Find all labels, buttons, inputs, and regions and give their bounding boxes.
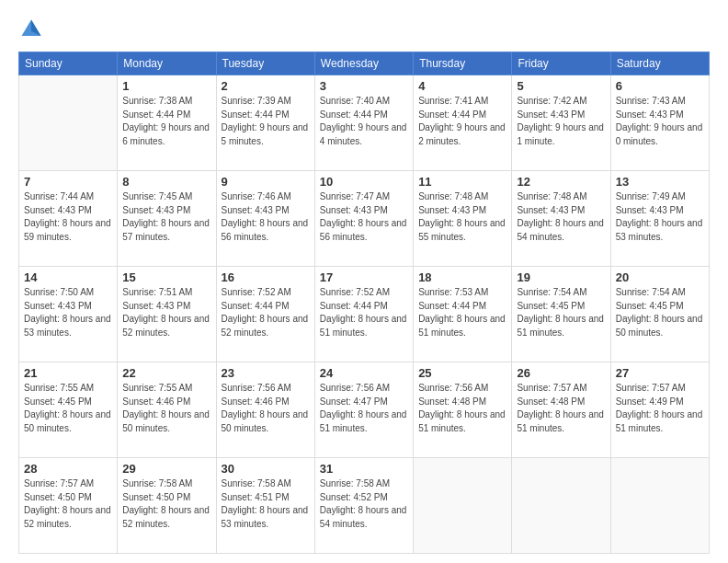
weekday-header-saturday: Saturday <box>610 52 709 75</box>
day-info: Sunrise: 7:54 AMSunset: 4:45 PMDaylight:… <box>517 286 605 339</box>
calendar-cell <box>19 75 118 171</box>
day-info: Sunrise: 7:44 AMSunset: 4:43 PMDaylight:… <box>24 190 112 244</box>
day-number: 11 <box>418 175 506 189</box>
calendar-cell <box>414 458 512 554</box>
day-info: Sunrise: 7:56 AMSunset: 4:47 PMDaylight:… <box>320 382 408 435</box>
calendar-cell: 31Sunrise: 7:58 AMSunset: 4:52 PMDayligh… <box>314 458 413 554</box>
day-number: 28 <box>24 462 112 476</box>
day-info: Sunrise: 7:43 AMSunset: 4:43 PMDaylight:… <box>616 95 704 148</box>
day-info: Sunrise: 7:42 AMSunset: 4:43 PMDaylight:… <box>517 95 605 148</box>
day-number: 31 <box>320 462 408 476</box>
day-number: 7 <box>24 175 112 189</box>
calendar-cell: 28Sunrise: 7:57 AMSunset: 4:50 PMDayligh… <box>19 458 118 554</box>
day-info: Sunrise: 7:56 AMSunset: 4:46 PMDaylight:… <box>222 382 310 435</box>
day-info: Sunrise: 7:38 AMSunset: 4:44 PMDaylight:… <box>122 95 210 148</box>
day-number: 13 <box>616 175 704 189</box>
header <box>18 17 710 42</box>
calendar-cell: 10Sunrise: 7:47 AMSunset: 4:43 PMDayligh… <box>314 171 413 267</box>
calendar-cell: 18Sunrise: 7:53 AMSunset: 4:44 PMDayligh… <box>414 267 512 362</box>
day-number: 25 <box>418 366 506 380</box>
calendar-cell: 20Sunrise: 7:54 AMSunset: 4:45 PMDayligh… <box>610 267 709 362</box>
day-info: Sunrise: 7:56 AMSunset: 4:48 PMDaylight:… <box>418 382 506 435</box>
day-info: Sunrise: 7:40 AMSunset: 4:44 PMDaylight:… <box>320 95 408 148</box>
day-number: 4 <box>418 79 506 93</box>
calendar-cell: 19Sunrise: 7:54 AMSunset: 4:45 PMDayligh… <box>512 267 610 362</box>
day-info: Sunrise: 7:50 AMSunset: 4:43 PMDaylight:… <box>24 286 112 339</box>
calendar-cell: 15Sunrise: 7:51 AMSunset: 4:43 PMDayligh… <box>118 267 216 362</box>
day-number: 15 <box>122 270 210 284</box>
day-number: 9 <box>222 175 310 189</box>
day-info: Sunrise: 7:53 AMSunset: 4:44 PMDaylight:… <box>418 286 506 339</box>
calendar-cell: 14Sunrise: 7:50 AMSunset: 4:43 PMDayligh… <box>19 267 118 362</box>
calendar-cell: 22Sunrise: 7:55 AMSunset: 4:46 PMDayligh… <box>118 362 216 458</box>
day-number: 8 <box>122 175 210 189</box>
calendar-cell <box>610 458 709 554</box>
day-info: Sunrise: 7:49 AMSunset: 4:43 PMDaylight:… <box>616 190 704 244</box>
calendar-cell: 8Sunrise: 7:45 AMSunset: 4:43 PMDaylight… <box>118 171 216 267</box>
day-number: 30 <box>222 462 310 476</box>
calendar-cell: 16Sunrise: 7:52 AMSunset: 4:44 PMDayligh… <box>216 267 314 362</box>
page: SundayMondayTuesdayWednesdayThursdayFrid… <box>0 0 728 563</box>
day-info: Sunrise: 7:41 AMSunset: 4:44 PMDaylight:… <box>418 95 506 148</box>
calendar-table: SundayMondayTuesdayWednesdayThursdayFrid… <box>18 52 710 554</box>
day-number: 20 <box>616 270 704 284</box>
calendar-cell: 11Sunrise: 7:48 AMSunset: 4:43 PMDayligh… <box>414 171 512 267</box>
day-info: Sunrise: 7:39 AMSunset: 4:44 PMDaylight:… <box>222 95 310 148</box>
day-info: Sunrise: 7:52 AMSunset: 4:44 PMDaylight:… <box>222 286 310 339</box>
calendar-cell: 29Sunrise: 7:58 AMSunset: 4:50 PMDayligh… <box>118 458 216 554</box>
day-number: 14 <box>24 270 112 284</box>
calendar-cell: 9Sunrise: 7:46 AMSunset: 4:43 PMDaylight… <box>216 171 314 267</box>
day-number: 19 <box>517 270 605 284</box>
day-number: 26 <box>517 366 605 380</box>
calendar-cell: 12Sunrise: 7:48 AMSunset: 4:43 PMDayligh… <box>512 171 610 267</box>
day-info: Sunrise: 7:54 AMSunset: 4:45 PMDaylight:… <box>616 286 704 339</box>
calendar-cell: 13Sunrise: 7:49 AMSunset: 4:43 PMDayligh… <box>610 171 709 267</box>
day-number: 27 <box>616 366 704 380</box>
day-number: 3 <box>320 79 408 93</box>
calendar-cell: 23Sunrise: 7:56 AMSunset: 4:46 PMDayligh… <box>216 362 314 458</box>
day-info: Sunrise: 7:57 AMSunset: 4:49 PMDaylight:… <box>616 382 704 435</box>
calendar-cell: 27Sunrise: 7:57 AMSunset: 4:49 PMDayligh… <box>610 362 709 458</box>
weekday-header-sunday: Sunday <box>19 52 118 75</box>
calendar-cell: 2Sunrise: 7:39 AMSunset: 4:44 PMDaylight… <box>216 75 314 171</box>
day-info: Sunrise: 7:45 AMSunset: 4:43 PMDaylight:… <box>122 190 210 244</box>
day-number: 16 <box>222 270 310 284</box>
weekday-header-wednesday: Wednesday <box>314 52 413 75</box>
day-info: Sunrise: 7:46 AMSunset: 4:43 PMDaylight:… <box>222 190 310 244</box>
logo <box>18 17 48 42</box>
day-info: Sunrise: 7:58 AMSunset: 4:52 PMDaylight:… <box>320 477 408 531</box>
day-number: 23 <box>222 366 310 380</box>
calendar-cell: 1Sunrise: 7:38 AMSunset: 4:44 PMDaylight… <box>118 75 216 171</box>
day-info: Sunrise: 7:55 AMSunset: 4:45 PMDaylight:… <box>24 382 112 435</box>
calendar-cell: 17Sunrise: 7:52 AMSunset: 4:44 PMDayligh… <box>314 267 413 362</box>
day-number: 18 <box>418 270 506 284</box>
calendar-cell: 30Sunrise: 7:58 AMSunset: 4:51 PMDayligh… <box>216 458 314 554</box>
calendar-cell: 5Sunrise: 7:42 AMSunset: 4:43 PMDaylight… <box>512 75 610 171</box>
calendar-cell: 25Sunrise: 7:56 AMSunset: 4:48 PMDayligh… <box>414 362 512 458</box>
calendar-cell: 3Sunrise: 7:40 AMSunset: 4:44 PMDaylight… <box>314 75 413 171</box>
day-info: Sunrise: 7:52 AMSunset: 4:44 PMDaylight:… <box>320 286 408 339</box>
calendar-cell: 21Sunrise: 7:55 AMSunset: 4:45 PMDayligh… <box>19 362 118 458</box>
day-number: 21 <box>24 366 112 380</box>
day-info: Sunrise: 7:51 AMSunset: 4:43 PMDaylight:… <box>122 286 210 339</box>
logo-icon <box>18 17 44 42</box>
calendar-cell: 6Sunrise: 7:43 AMSunset: 4:43 PMDaylight… <box>610 75 709 171</box>
day-info: Sunrise: 7:47 AMSunset: 4:43 PMDaylight:… <box>320 190 408 244</box>
day-info: Sunrise: 7:55 AMSunset: 4:46 PMDaylight:… <box>122 382 210 435</box>
weekday-header-thursday: Thursday <box>414 52 512 75</box>
day-info: Sunrise: 7:58 AMSunset: 4:51 PMDaylight:… <box>222 477 310 531</box>
day-info: Sunrise: 7:48 AMSunset: 4:43 PMDaylight:… <box>517 190 605 244</box>
calendar-cell: 26Sunrise: 7:57 AMSunset: 4:48 PMDayligh… <box>512 362 610 458</box>
day-info: Sunrise: 7:57 AMSunset: 4:50 PMDaylight:… <box>24 477 112 531</box>
calendar-cell <box>512 458 610 554</box>
day-number: 2 <box>222 79 310 93</box>
weekday-header-tuesday: Tuesday <box>216 52 314 75</box>
calendar-cell: 7Sunrise: 7:44 AMSunset: 4:43 PMDaylight… <box>19 171 118 267</box>
day-number: 29 <box>122 462 210 476</box>
calendar-cell: 24Sunrise: 7:56 AMSunset: 4:47 PMDayligh… <box>314 362 413 458</box>
day-number: 22 <box>122 366 210 380</box>
calendar-cell: 4Sunrise: 7:41 AMSunset: 4:44 PMDaylight… <box>414 75 512 171</box>
day-number: 1 <box>122 79 210 93</box>
weekday-header-monday: Monday <box>118 52 216 75</box>
day-number: 10 <box>320 175 408 189</box>
